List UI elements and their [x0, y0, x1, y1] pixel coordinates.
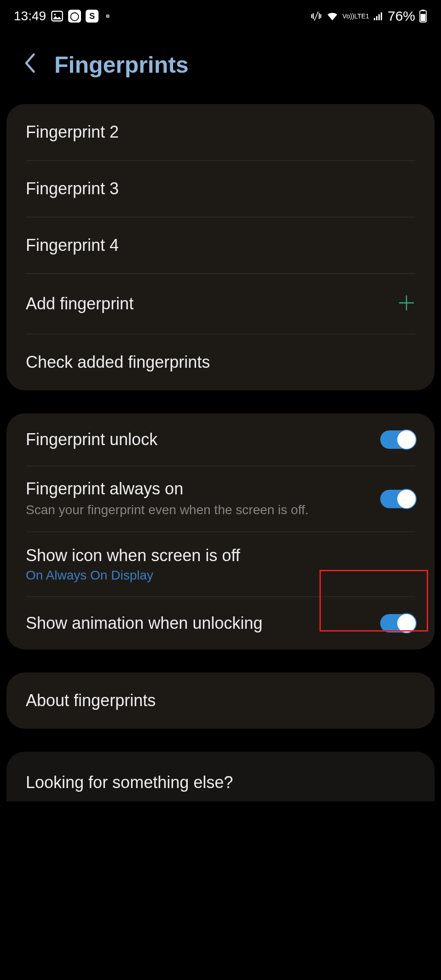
status-right: Vo))LTE1 76% — [310, 8, 427, 24]
check-fingerprints-label: Check added fingerprints — [26, 353, 210, 372]
fingerprint-label: Fingerprint 3 — [26, 179, 119, 198]
signal-icon — [373, 11, 384, 22]
back-icon[interactable] — [23, 52, 36, 78]
show-icon-sub: On Always On Display — [26, 568, 406, 583]
more-notifications-dot — [106, 14, 110, 18]
fingerprint-always-on-toggle[interactable] — [380, 490, 415, 508]
svg-rect-4 — [378, 14, 380, 20]
check-fingerprints-row[interactable]: Check added fingerprints — [6, 334, 435, 390]
fingerprint-label: Fingerprint 4 — [26, 236, 119, 255]
fingerprint-always-on-label: Fingerprint always on — [26, 479, 371, 499]
about-fingerprints-row[interactable]: About fingerprints — [6, 673, 435, 729]
status-time: 13:49 — [14, 9, 46, 23]
plus-icon — [398, 292, 415, 315]
fingerprint-always-on-row[interactable]: Fingerprint always on Scan your fingerpr… — [6, 466, 435, 532]
fingerprint-label: Fingerprint 2 — [26, 122, 119, 142]
status-left: 13:49 ◯ S — [14, 9, 110, 23]
add-fingerprint-label: Add fingerprint — [26, 294, 133, 313]
vibrate-icon — [310, 10, 322, 22]
svg-rect-0 — [52, 12, 62, 21]
options-card: Fingerprint unlock Fingerprint always on… — [6, 413, 435, 649]
bottom-prompt-card: Looking for something else? — [6, 752, 435, 801]
fingerprint-always-on-sub: Scan your fingerprint even when the scre… — [26, 501, 371, 519]
fingerprint-item[interactable]: Fingerprint 2 — [6, 104, 435, 160]
bottom-prompt-label: Looking for something else? — [26, 773, 233, 792]
gallery-icon — [51, 10, 64, 23]
lte-icon: Vo))LTE1 — [342, 13, 369, 19]
battery-percent: 76% — [388, 8, 415, 24]
svg-point-1 — [54, 14, 56, 16]
fingerprint-unlock-toggle[interactable] — [380, 430, 415, 449]
fingerprints-card: Fingerprint 2 Fingerprint 3 Fingerprint … — [6, 104, 435, 390]
svg-rect-8 — [421, 14, 426, 21]
battery-icon — [419, 10, 427, 23]
about-fingerprints-label: About fingerprints — [26, 691, 156, 710]
page-title: Fingerprints — [54, 52, 189, 78]
fingerprint-item[interactable]: Fingerprint 4 — [6, 217, 435, 273]
fingerprint-unlock-label: Fingerprint unlock — [26, 430, 371, 449]
about-card: About fingerprints — [6, 673, 435, 729]
svg-rect-5 — [381, 12, 382, 20]
wifi-icon — [326, 10, 339, 23]
show-icon-label: Show icon when screen is off — [26, 546, 406, 565]
status-bar: 13:49 ◯ S Vo))LTE1 76% — [0, 0, 441, 29]
show-animation-row[interactable]: Show animation when unlocking — [6, 597, 435, 649]
notification-icon-2: S — [86, 10, 99, 23]
fingerprint-unlock-row[interactable]: Fingerprint unlock — [6, 413, 435, 466]
notification-icon-1: ◯ — [68, 10, 81, 23]
svg-rect-2 — [374, 18, 375, 20]
add-fingerprint-row[interactable]: Add fingerprint — [6, 274, 435, 334]
show-animation-toggle[interactable] — [380, 614, 415, 632]
fingerprint-item[interactable]: Fingerprint 3 — [6, 161, 435, 217]
show-animation-label: Show animation when unlocking — [26, 614, 371, 633]
show-icon-row[interactable]: Show icon when screen is off On Always O… — [6, 532, 435, 597]
svg-rect-3 — [376, 16, 377, 20]
page-header: Fingerprints — [0, 29, 441, 104]
